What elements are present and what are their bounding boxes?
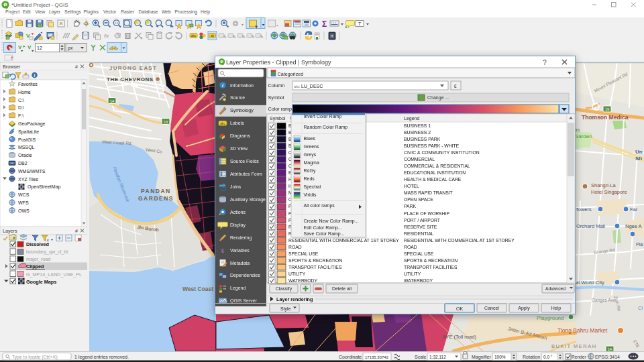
svg-text:1 legend entries removed.: 1 legend entries removed. <box>74 355 129 360</box>
svg-text:SPECIAL USE: SPECIAL USE <box>404 251 434 256</box>
svg-text:F:\: F:\ <box>18 113 23 118</box>
svg-text:Tiong Bahru Market: Tiong Bahru Market <box>557 327 608 334</box>
svg-text:Style: Style <box>280 306 291 312</box>
svg-text:3D View: 3D View <box>230 146 248 151</box>
svg-text:17135,30742: 17135,30742 <box>365 355 389 359</box>
svg-text:Un: Un <box>635 149 643 155</box>
svg-text:EDUCATIONAL INSTITUTION: EDUCATIONAL INSTITUTION <box>404 170 466 175</box>
svg-text:OK: OK <box>456 306 463 311</box>
svg-text:Save Color Ramp...: Save Color Ramp... <box>304 231 345 237</box>
svg-text:abc: abc <box>220 122 225 125</box>
svg-text:V: V <box>18 44 22 50</box>
svg-text:Greys: Greys <box>304 152 317 158</box>
svg-text:Change: Change <box>427 95 444 101</box>
svg-text:Ganges Ave: Ganges Ave <box>592 298 616 303</box>
svg-text:OWS: OWS <box>18 208 30 213</box>
svg-text:ε: ε <box>454 82 457 89</box>
svg-text:Thomson Medica: Thomson Medica <box>582 114 629 121</box>
svg-text:PLACE OF WORSHIP: PLACE OF WORSHIP <box>404 211 449 216</box>
svg-text:Display: Display <box>230 223 246 228</box>
svg-text:RESERVE SITE: RESERVE SITE <box>404 225 437 229</box>
svg-text:Towers: Towers <box>576 206 592 213</box>
svg-text:Rendering: Rendering <box>230 235 252 241</box>
svg-text:Variables: Variables <box>230 248 250 253</box>
svg-text:BUSINESS PARK: BUSINESS PARK <box>404 137 441 141</box>
svg-text:14: 14 <box>110 99 114 103</box>
svg-text:Greens: Greens <box>304 144 319 149</box>
svg-text:Classify: Classify <box>276 286 292 292</box>
svg-text:TRANSPORT FACILITIES: TRANSPORT FACILITIES <box>404 265 458 269</box>
svg-text:px: px <box>68 46 73 51</box>
svg-text:UTILITY: UTILITY <box>404 272 421 276</box>
svg-text:ε: ε <box>221 247 225 254</box>
svg-text:BUSINESS PARK - WHITE: BUSINESS PARK - WHITE <box>404 143 460 148</box>
svg-text:PANDAN: PANDAN <box>141 188 171 194</box>
svg-text:#: # <box>75 229 78 233</box>
svg-text:Layer rendering: Layer rendering <box>276 296 313 302</box>
svg-text:AYE (Toll road): AYE (Toll road) <box>443 334 476 340</box>
svg-text:Shangri-La: Shangri-La <box>591 182 616 188</box>
svg-text:PostGIS: PostGIS <box>18 137 36 142</box>
svg-text:THE CHEVRONS: THE CHEVRONS <box>107 76 154 82</box>
svg-text:COMMERCIAL: COMMERCIAL <box>404 157 435 162</box>
svg-text:ROAD: ROAD <box>288 245 302 249</box>
svg-text:12: 12 <box>37 46 42 50</box>
svg-text:Oracle: Oracle <box>18 153 32 158</box>
svg-text:Edit Color Ramp...: Edit Color Ramp... <box>304 225 342 231</box>
svg-text:PARK: PARK <box>404 204 416 208</box>
svg-text:DB2: DB2 <box>18 161 28 166</box>
svg-text:Symbology: Symbology <box>230 108 254 113</box>
svg-text:Advanced: Advanced <box>545 286 566 291</box>
svg-text:Spectral: Spectral <box>304 184 321 190</box>
svg-text:Pla: Pla <box>636 242 643 247</box>
svg-text:Magnifier: Magnifier <box>472 355 491 360</box>
svg-text:UTILITY: UTILITY <box>288 272 306 276</box>
svg-text:Random Color Ramp: Random Color Ramp <box>304 125 348 130</box>
svg-text:Browser: Browser <box>3 64 21 70</box>
svg-text:13: 13 <box>164 120 168 124</box>
svg-text:Viridis: Viridis <box>304 192 317 197</box>
svg-text:DB2: DB2 <box>10 162 15 165</box>
svg-text:WCS: WCS <box>18 192 30 197</box>
svg-text:SPORTS & RECREATION: SPORTS & RECREATION <box>404 258 458 263</box>
svg-text:Source: Source <box>230 95 245 100</box>
svg-text:MSSQL: MSSQL <box>18 145 35 150</box>
svg-text:Google Maps: Google Maps <box>26 279 56 285</box>
svg-text:Garden: Garden <box>574 133 592 139</box>
svg-text:Joins: Joins <box>230 184 241 189</box>
svg-text:WATERBODY: WATERBODY <box>404 278 433 283</box>
svg-text:ab: ab <box>211 34 215 38</box>
svg-text:Layers: Layers <box>3 228 17 234</box>
svg-text:major_road: major_road <box>26 256 50 262</box>
svg-text:0.0 °: 0.0 ° <box>543 355 553 359</box>
svg-text:100%: 100% <box>494 355 506 359</box>
svg-text:CIVIC & COMMUNITY INSTITUTION: CIVIC & COMMUNITY INSTITUTION <box>404 150 480 155</box>
svg-text:BUSINESS 2: BUSINESS 2 <box>404 130 431 135</box>
svg-text:RdGy: RdGy <box>304 168 316 174</box>
svg-text:West Coast: West Coast <box>182 286 213 292</box>
svg-text:OPEN SPACE: OPEN SPACE <box>404 197 433 202</box>
svg-text:GeoPackage: GeoPackage <box>18 121 46 127</box>
svg-text:JURONG EAST: JURONG EAST <box>109 65 157 71</box>
svg-text:abc: abc <box>191 34 197 38</box>
svg-text:Source Fields: Source Fields <box>230 159 259 164</box>
svg-text:Type to locate (Ctrl+K): Type to locate (Ctrl+K) <box>12 355 58 360</box>
svg-text:Layer Properties - Clipped | S: Layer Properties - Clipped | Symbology <box>226 59 331 66</box>
svg-text:WFS: WFS <box>18 200 29 205</box>
svg-text:SPECIAL USE: SPECIAL USE <box>288 251 319 256</box>
svg-text:Legend: Legend <box>230 286 246 291</box>
svg-text:boundary_qw_cl_bt: boundary_qw_cl_bt <box>26 249 68 255</box>
svg-text:abc: abc <box>294 84 300 88</box>
svg-text:XYZ Tiles: XYZ Tiles <box>18 177 38 182</box>
svg-text:SpatiaLite: SpatiaLite <box>18 129 39 135</box>
svg-text:at World City: at World City <box>576 280 604 286</box>
svg-text:ROAD: ROAD <box>404 245 417 249</box>
svg-text:Symbol: Symbol <box>268 95 284 101</box>
svg-text:SPORTS & RECREATION: SPORTS & RECREATION <box>288 258 342 263</box>
svg-text:Legend: Legend <box>404 116 419 121</box>
svg-text:Categorized: Categorized <box>278 71 304 77</box>
svg-text:Delete all: Delete all <box>332 286 352 291</box>
svg-text:Blues: Blues <box>304 136 316 141</box>
svg-text:TRANSPORT FACILITIES: TRANSPORT FACILITIES <box>288 265 342 269</box>
svg-text:...: ... <box>445 95 449 100</box>
